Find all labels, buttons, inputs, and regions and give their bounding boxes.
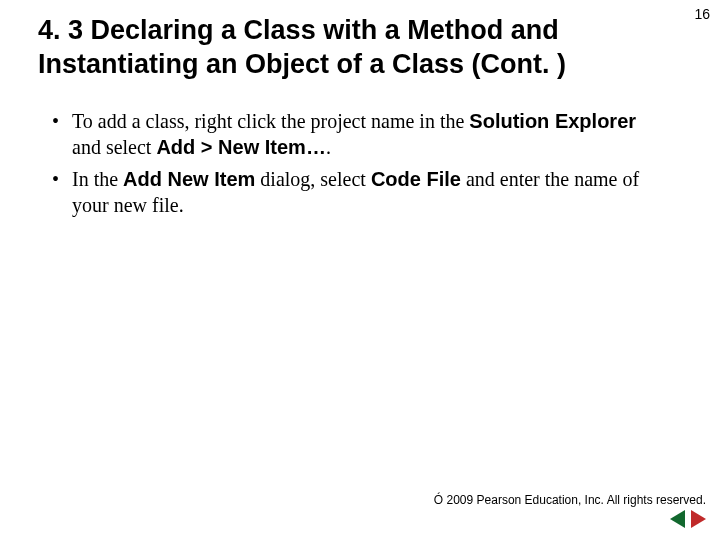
slide: 16 4. 3 Declaring a Class with a Method … [0,0,720,540]
list-item: In the Add New Item dialog, select Code … [50,166,660,218]
text: In the [72,168,123,190]
footer: Ó 2009 Pearson Education, Inc. All right… [434,493,706,528]
text: . [326,136,331,158]
text: To add a class, right click the project … [72,110,469,132]
text: and select [72,136,156,158]
next-arrow-icon[interactable] [691,510,706,528]
copyright-text: Ó 2009 Pearson Education, Inc. All right… [434,493,706,507]
ui-term: Add > New Item… [156,136,325,158]
slide-title: 4. 3 Declaring a Class with a Method and… [38,14,598,82]
page-number: 16 [694,6,710,22]
prev-arrow-icon[interactable] [670,510,685,528]
bullet-list: To add a class, right click the project … [50,108,660,218]
list-item: To add a class, right click the project … [50,108,660,160]
ui-term: Solution Explorer [469,110,636,132]
slide-body: To add a class, right click the project … [50,108,660,224]
nav-arrows [434,510,706,528]
ui-term: Code File [371,168,461,190]
ui-term: Add New Item [123,168,255,190]
text: dialog, select [255,168,371,190]
